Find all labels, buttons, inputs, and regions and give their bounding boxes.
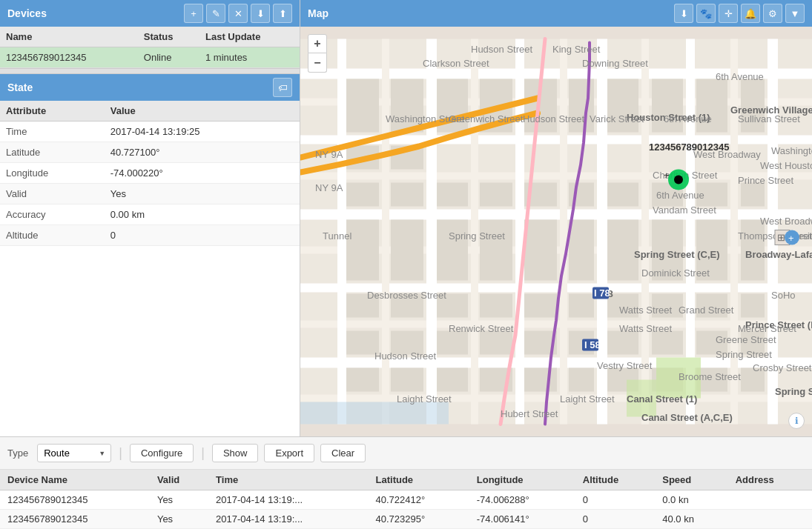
svg-text:Varick Street: Varick Street — [590, 113, 644, 124]
svg-text:Clarkson Street: Clarkson Street — [423, 58, 489, 69]
state-tag-button[interactable]: 🏷 — [273, 78, 292, 97]
delete-device-button[interactable]: ✕ — [228, 4, 248, 23]
col-valid: Valid — [150, 470, 208, 490]
export-button[interactable]: Export — [264, 444, 314, 462]
svg-text:Grand Street: Grand Street — [679, 305, 734, 316]
device-update: 1 minutes — [199, 47, 300, 68]
panel-divider[interactable] — [0, 68, 300, 74]
map-paw-button[interactable]: 🐾 — [696, 4, 716, 23]
map-info-icon[interactable]: ℹ — [788, 413, 805, 429]
svg-text:West Broadway: West Broadway — [760, 216, 812, 227]
map-chevron-button[interactable]: ▼ — [785, 4, 805, 23]
svg-text:Canal Street (1): Canal Street (1) — [627, 393, 697, 405]
svg-text:Hudson Street: Hudson Street — [374, 350, 436, 362]
state-attribute: Time — [0, 122, 105, 142]
col-altitude: Altitude — [575, 470, 656, 490]
toolbar-divider-2: | — [201, 445, 205, 461]
state-row: Valid Yes — [0, 184, 300, 204]
svg-text:I 58: I 58 — [584, 339, 601, 350]
type-select[interactable]: Route Events Trips Stops — [37, 444, 111, 462]
svg-text:Laight Street: Laight Street — [397, 393, 452, 405]
row-address — [728, 490, 812, 510]
svg-rect-76 — [391, 368, 423, 392]
svg-text:+: + — [788, 233, 794, 244]
type-label: Type — [7, 448, 28, 459]
svg-text:6th Avenue: 6th Avenue — [656, 190, 704, 201]
toolbar-divider: | — [119, 445, 122, 461]
svg-rect-64 — [741, 294, 765, 318]
map-gear-button[interactable]: ⚙ — [763, 4, 782, 23]
state-value: -74.000220° — [105, 163, 300, 184]
device-row[interactable]: 123456789012345 Online 1 minutes — [0, 47, 300, 68]
show-button[interactable]: Show — [212, 444, 259, 462]
download-device-button[interactable]: ⬇ — [251, 4, 270, 23]
svg-text:Downing Street: Downing Street — [582, 58, 648, 69]
state-row: Longitude -74.000220° — [0, 163, 300, 184]
svg-rect-71 — [607, 331, 638, 355]
svg-text:Crosby Street: Crosby Street — [753, 362, 812, 373]
svg-text:Spring Street (6): Spring Street (6) — [775, 386, 812, 397]
row-longitude: -74.006288° — [469, 490, 575, 510]
upload-device-button[interactable]: ⬆ — [273, 4, 292, 23]
state-value: 2017-04-14 13:19:25 — [105, 122, 300, 142]
zoom-out-button[interactable]: − — [308, 53, 327, 73]
row-longitude: -74.006141° — [469, 510, 575, 529]
svg-rect-46 — [391, 220, 423, 281]
state-value: 40.727100° — [105, 142, 300, 163]
state-attribute: Altitude — [0, 225, 105, 246]
svg-text:Hudson Street: Hudson Street — [471, 44, 532, 55]
table-row[interactable]: 123456789012345 Yes 2017-04-14 13:19:...… — [0, 490, 812, 510]
devices-header: Devices + ✎ ✕ ⬇ ⬆ — [0, 0, 300, 27]
col-longitude: Longitude — [469, 470, 575, 490]
svg-rect-87 — [300, 402, 449, 425]
map-crosshair-button[interactable]: ✛ — [719, 4, 738, 23]
svg-rect-80 — [569, 368, 594, 392]
map-toolbar: ⬇ 🐾 ✛ 🔔 ⚙ ▼ — [674, 4, 805, 23]
table-row[interactable]: 123456789012345 Yes 2017-04-14 13:19:...… — [0, 510, 812, 529]
row-latitude: 40.723295° — [369, 510, 469, 529]
data-table-container: Device Name Valid Time Latitude Longitud… — [0, 470, 812, 529]
map-download-button[interactable]: ⬇ — [674, 4, 693, 23]
svg-text:Spring Street (C,E): Spring Street (C,E) — [634, 249, 720, 260]
svg-rect-67 — [437, 331, 468, 355]
type-select-wrapper: Route Events Trips Stops — [37, 444, 111, 462]
svg-text:Prince Street: Prince Street — [738, 175, 794, 186]
svg-text:Mercer Street: Mercer Street — [738, 323, 796, 334]
configure-button[interactable]: Configure — [130, 444, 194, 462]
zoom-in-button[interactable]: + — [308, 34, 327, 53]
bottom-area: Type Route Events Trips Stops | Configur… — [0, 436, 812, 529]
clear-button[interactable]: Clear — [320, 444, 366, 462]
data-table: Device Name Valid Time Latitude Longitud… — [0, 470, 812, 529]
devices-toolbar: + ✎ ✕ ⬇ ⬆ — [184, 4, 292, 23]
col-device-name: Device Name — [0, 470, 150, 490]
devices-col-name: Name — [0, 27, 138, 47]
svg-rect-16 — [515, 39, 524, 425]
row-valid: Yes — [150, 510, 208, 529]
svg-text:Vestry Street: Vestry Street — [597, 360, 653, 371]
svg-rect-75 — [346, 368, 379, 392]
add-device-button[interactable]: + — [184, 4, 203, 23]
devices-title: Devices — [7, 7, 47, 19]
svg-rect-60 — [569, 294, 594, 318]
svg-text:Renwick Street: Renwick Street — [449, 323, 514, 334]
map-bell-button[interactable]: 🔔 — [741, 4, 760, 23]
svg-text:Sullivan Street: Sullivan Street — [738, 113, 800, 124]
svg-text:Broadway-Lafayette: Broadway-Lafayette — [745, 249, 812, 260]
svg-text:West Houston: West Houston — [760, 160, 812, 171]
svg-rect-47 — [437, 220, 468, 281]
svg-text:Greene Street: Greene Street — [716, 334, 776, 345]
svg-rect-50 — [569, 220, 594, 281]
device-status: Online — [138, 47, 199, 68]
row-device-name: 123456789012345 — [0, 510, 150, 529]
row-latitude: 40.722412° — [369, 490, 469, 510]
row-time: 2017-04-14 13:19:... — [208, 490, 368, 510]
svg-text:Dominick Street: Dominick Street — [641, 267, 710, 279]
state-header: State 🏷 — [0, 74, 300, 101]
svg-rect-33 — [696, 79, 727, 133]
map-container[interactable]: Clarkson Street Downing Street 6th Avenu… — [300, 27, 812, 436]
svg-rect-36 — [391, 183, 423, 207]
svg-text:Hudson Street: Hudson Street — [523, 113, 584, 124]
edit-device-button[interactable]: ✎ — [206, 4, 225, 23]
svg-text:6th Avenue: 6th Avenue — [716, 71, 764, 82]
svg-text:Spring Street: Spring Street — [716, 349, 772, 360]
